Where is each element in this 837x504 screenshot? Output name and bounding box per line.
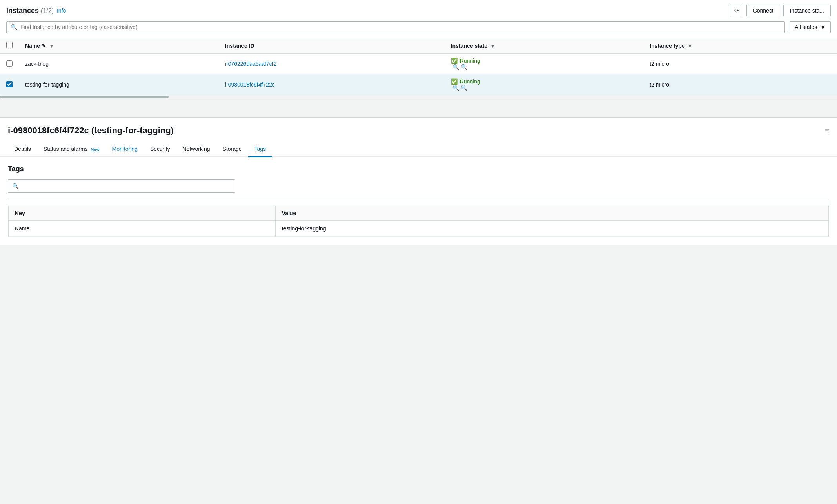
row1-instance-link[interactable]: i-076226daa5aaf7cf2 [225,61,277,67]
col-header-instance-state: Instance state ▼ [445,38,643,54]
row2-status-running: ✅ Running [451,78,637,85]
row1-checkbox[interactable] [6,60,13,67]
row1-status-running: ✅ Running [451,58,637,64]
row1-instance-id[interactable]: i-076226daa5aaf7cf2 [219,54,445,74]
col-header-instance-id: Instance ID [219,38,445,54]
sort-state-icon[interactable]: ▼ [490,44,495,49]
instances-header: Instances (1/2) Info ⟳ Connect Instance … [6,5,831,16]
row2-type: t2.micro [643,74,837,95]
instance-state-button[interactable]: Instance sta... [783,5,831,16]
refresh-button[interactable]: ⟳ [730,5,743,16]
sort-name-icon[interactable]: ▼ [49,44,54,49]
tag-key-name: Name [9,221,276,237]
row1-state: ✅ Running 🔍 🔍 [445,54,643,74]
row2-instance-link[interactable]: i-0980018fc6f4f722c [225,82,275,88]
row2-instance-id[interactable]: i-0980018fc6f4f722c [219,74,445,95]
tab-tags[interactable]: Tags [248,142,272,157]
detail-tabs: Details Status and alarms New Monitoring… [0,142,837,157]
instances-label: Instances [6,7,39,15]
row2-state: ✅ Running 🔍 🔍 [445,74,643,95]
select-all-checkbox[interactable] [6,42,13,48]
row1-name: zack-blog [19,54,219,74]
row2-checkbox-cell[interactable] [0,74,19,95]
table-row[interactable]: zack-blog i-076226daa5aaf7cf2 ✅ Running … [0,54,837,74]
instances-section: Instances (1/2) Info ⟳ Connect Instance … [0,0,837,38]
tab-status-alarms[interactable]: Status and alarms New [37,142,106,157]
row2-name: testing-for-tagging [19,74,219,95]
tab-networking[interactable]: Networking [176,142,216,157]
row1-zoom-icons: 🔍 🔍 [452,64,637,70]
chevron-down-icon: ▼ [820,24,826,30]
scrollbar-thumb[interactable] [0,96,169,98]
tags-panel-title: Tags [8,165,829,173]
refresh-icon: ⟳ [734,7,739,14]
tags-search-input[interactable] [22,183,231,189]
tags-search-box[interactable]: 🔍 [8,179,235,193]
table-header-row: Name ✎ ▼ Instance ID Instance state ▼ In… [0,38,837,54]
tab-monitoring[interactable]: Monitoring [106,142,144,157]
detail-section: i-0980018fc6f4f722c (testing-for-tagging… [0,117,837,245]
row2-checkbox[interactable] [6,81,13,87]
tags-header-row: Key Value [9,206,829,221]
search-row: 🔍 All states ▼ [6,21,831,33]
tags-panel: Tags 🔍 Key Value Name testing-for-taggin… [0,157,837,245]
tags-row: Name testing-for-tagging [9,221,829,237]
edit-icon: ✎ [42,43,46,49]
tab-security[interactable]: Security [144,142,176,157]
tags-search-icon: 🔍 [12,183,19,189]
drag-handle-icon[interactable]: ≡ [824,126,829,135]
zoom-in-icon-2[interactable]: 🔍 [452,85,459,91]
instances-count: (1/2) [41,7,54,14]
table-row[interactable]: testing-for-tagging i-0980018fc6f4f722c … [0,74,837,95]
instances-heading: Instances (1/2) [6,7,54,15]
zoom-in-icon[interactable]: 🔍 [452,64,459,70]
zoom-out-icon-2[interactable]: 🔍 [461,85,467,91]
state-filter-dropdown[interactable]: All states ▼ [790,21,831,33]
info-link[interactable]: Info [57,7,66,14]
state-filter-label: All states [795,24,817,30]
instances-table: Name ✎ ▼ Instance ID Instance state ▼ In… [0,38,837,95]
running-icon: ✅ [451,58,458,64]
detail-title: i-0980018fc6f4f722c (testing-for-tagging… [8,125,174,136]
running-icon-2: ✅ [451,78,458,85]
tab-details[interactable]: Details [8,142,37,157]
detail-header: i-0980018fc6f4f722c (testing-for-tagging… [0,118,837,136]
new-badge: New [91,147,100,152]
sort-type-icon[interactable]: ▼ [688,44,692,49]
row2-zoom-icons: 🔍 🔍 [452,85,637,91]
col-header-value: Value [275,206,828,221]
header-actions: ⟳ Connect Instance sta... [730,5,831,16]
connect-button[interactable]: Connect [746,5,780,16]
search-box[interactable]: 🔍 [6,21,785,33]
search-icon: 🔍 [11,24,17,30]
section-divider [0,98,837,117]
search-input[interactable] [20,24,781,30]
tab-storage[interactable]: Storage [216,142,248,157]
col-header-key: Key [9,206,276,221]
col-header-instance-type: Instance type ▼ [643,38,837,54]
tags-table: Key Value Name testing-for-tagging [8,206,829,237]
zoom-out-icon[interactable]: 🔍 [461,64,467,70]
row1-type: t2.micro [643,54,837,74]
horizontal-scrollbar[interactable] [0,95,837,98]
instances-table-container: Name ✎ ▼ Instance ID Instance state ▼ In… [0,38,837,98]
tag-value-name: testing-for-tagging [275,221,828,237]
instances-title-group: Instances (1/2) Info [6,7,66,15]
row1-checkbox-cell[interactable] [0,54,19,74]
select-all-header[interactable] [0,38,19,54]
col-header-name: Name ✎ ▼ [19,38,219,54]
